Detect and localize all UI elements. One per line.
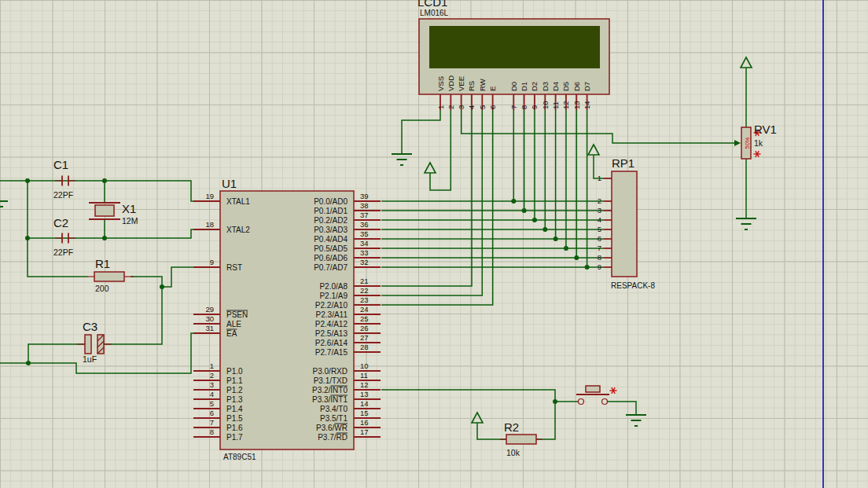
lcd-pin-number: 7 xyxy=(509,105,518,109)
mcu-pin-name: P2.2/A10 xyxy=(315,301,348,310)
mcu-pin-name: P2.4/A12 xyxy=(315,320,348,328)
junction-dot xyxy=(574,255,579,260)
lcd-pin-name: D2 xyxy=(530,82,539,91)
mcu-pin-number: 17 xyxy=(360,427,369,436)
wire-r1-c3[interactable] xyxy=(104,277,162,344)
wire-rst-branch[interactable] xyxy=(162,267,193,287)
schematic-canvas[interactable]: LCD1 LM016L U1 AT89C51 C1 22PF C2 22PF X… xyxy=(0,0,868,488)
component-c1[interactable]: C1 22PF xyxy=(53,158,75,200)
lcd-pin-name: VEE xyxy=(457,76,465,91)
mcu-pin-name: P1.4 xyxy=(226,405,243,413)
mcu-pin-name: XTAL1 xyxy=(226,197,250,206)
mcu-pin-number: 32 xyxy=(360,258,369,266)
mcu-pin-name: P3.0/RXD xyxy=(313,367,348,376)
lcd-pin-name: D0 xyxy=(509,82,518,91)
ground-symbol-vss[interactable] xyxy=(392,154,412,165)
mcu-pin-name: P0.0/AD0 xyxy=(314,197,348,206)
junction-dot xyxy=(26,361,31,365)
mcu-pin-name: P0.3/AD3 xyxy=(314,226,348,234)
wire-c2-xtal2[interactable] xyxy=(28,229,193,238)
r2-body[interactable] xyxy=(506,435,536,444)
junction-dot xyxy=(102,236,107,240)
lcd-pin-number: 11 xyxy=(551,101,560,109)
mcu-pin-name: P1.2 xyxy=(226,386,243,394)
component-rv1[interactable]: 50% RV1 1k xyxy=(741,123,777,159)
rp1-pin-number: 8 xyxy=(598,253,601,262)
lcd-pin-number: 8 xyxy=(520,105,528,109)
wire-r2-vcc[interactable] xyxy=(477,423,506,439)
mcu-pin-number: 33 xyxy=(360,248,369,257)
mcu-pin-name: XTAL2 xyxy=(226,226,250,234)
wire-int0[interactable] xyxy=(381,390,555,402)
mcu-pin-number: 9 xyxy=(210,258,214,266)
mcu-pin-name: RST xyxy=(226,263,242,272)
junction-dot xyxy=(522,208,527,213)
rv1-ref: RV1 xyxy=(754,123,777,136)
mcu-pin-name: P2.1/A9 xyxy=(319,292,348,300)
mcu-pin-name: P0.4/AD4 xyxy=(314,235,348,244)
wire-c1-xtal1[interactable] xyxy=(0,181,193,201)
wire-rs-p20[interactable] xyxy=(381,110,472,286)
mcu-pin-name: P0.7/AD7 xyxy=(314,263,348,272)
mcu-pin-name: P3.6/WR xyxy=(316,424,348,432)
lcd-pin-name: VDD xyxy=(447,75,455,91)
mcu-pin-name: P1.1 xyxy=(226,376,243,385)
r2-value: 10k xyxy=(506,448,520,457)
mcu-pin-name: P3.4/T0 xyxy=(320,405,348,413)
mcu-pin-name: P1.5 xyxy=(226,414,243,423)
c3-value: 1uF xyxy=(83,354,97,364)
component-r1[interactable]: R1 200 xyxy=(88,257,134,293)
wire-e-p22[interactable] xyxy=(381,110,493,305)
rp1-model: RESPACK-8 xyxy=(611,281,655,290)
component-x1[interactable]: X1 12M xyxy=(89,202,138,226)
lcd-pin-name: RS xyxy=(467,81,476,91)
power-arrow-r2[interactable] xyxy=(472,413,483,423)
wire-lcd-vss-gnd[interactable] xyxy=(402,110,440,154)
wire-r2-junction[interactable] xyxy=(536,402,555,439)
button-actuator[interactable] xyxy=(586,386,600,392)
wire-lcd-vdd-vcc[interactable] xyxy=(430,110,451,190)
mcu-pin-number: 16 xyxy=(360,418,369,427)
ground-symbol-edge[interactable] xyxy=(0,201,8,212)
button-actuate-icon[interactable] xyxy=(610,387,617,394)
lcd-pin-number: 1 xyxy=(436,105,445,109)
ground-symbol-button[interactable] xyxy=(626,415,646,426)
junction-dot xyxy=(511,199,516,204)
x1-body[interactable] xyxy=(95,205,114,216)
wire-ea[interactable] xyxy=(0,333,193,373)
mcu-pin-name: P3.3/INT1 xyxy=(312,395,348,404)
mcu-pin-name: P0.5/AD5 xyxy=(314,244,348,253)
junction-dot xyxy=(554,237,558,241)
component-r2[interactable]: R2 10k xyxy=(500,420,542,457)
ground-symbol-pot[interactable] xyxy=(736,218,756,229)
lcd-pin-number: 14 xyxy=(583,101,591,109)
rv1-adjust-down-icon[interactable] xyxy=(754,151,761,157)
mcu-pin-number: 8 xyxy=(210,427,214,436)
mcu-pin-name: P1.0 xyxy=(226,367,243,376)
mcu-pin-number: 31 xyxy=(205,324,214,332)
wire-lcd-vee-pot[interactable] xyxy=(462,110,737,143)
lcd-pin-name: D6 xyxy=(572,82,581,91)
mcu-pin-number: 37 xyxy=(360,211,369,219)
power-arrow-rp1[interactable] xyxy=(588,145,599,155)
power-arrow-vdd[interactable] xyxy=(425,163,436,173)
wire-c3-left[interactable] xyxy=(28,344,85,363)
mcu-pin-name: P2.6/A14 xyxy=(315,339,348,347)
mcu-pin-number: 25 xyxy=(360,314,369,323)
wire-button-gnd[interactable] xyxy=(607,402,636,415)
mcu-pin-name: PSEN xyxy=(226,310,248,319)
mcu-pin-name: P0.2/AD2 xyxy=(314,216,348,225)
junction-dot xyxy=(160,284,164,289)
component-c2[interactable]: C2 22PF xyxy=(53,216,75,257)
component-rp1[interactable]: RP1 RESPACK-8 xyxy=(611,156,655,290)
power-arrow-rv1[interactable] xyxy=(741,57,752,68)
lcd-pin-name: D1 xyxy=(520,82,528,91)
mcu-pin-number: 27 xyxy=(360,333,369,342)
component-c3[interactable]: C3 1uF xyxy=(77,320,112,364)
mcu-pin-number: 7 xyxy=(210,418,214,427)
rp1-pin-number: 5 xyxy=(598,225,601,233)
rp1-body[interactable] xyxy=(612,171,637,277)
r1-body[interactable] xyxy=(94,272,124,281)
mcu-pin-number: 2 xyxy=(210,371,214,380)
r2-ref: R2 xyxy=(504,420,519,434)
